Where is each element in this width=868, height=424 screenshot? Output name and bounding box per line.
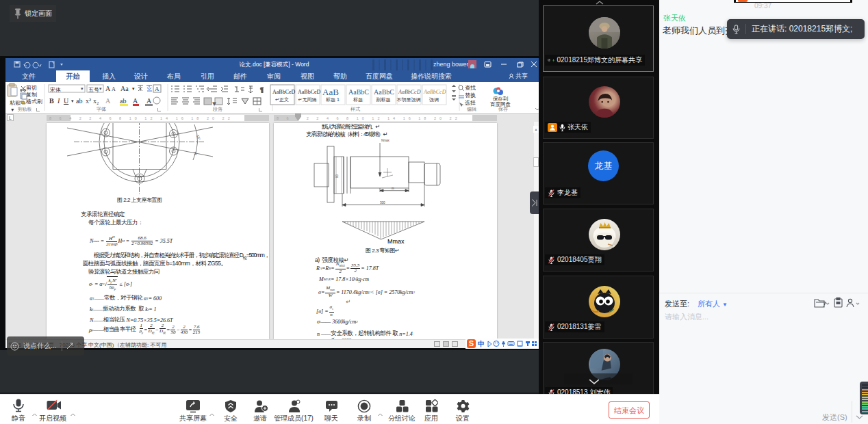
svg-text:12: 12 [193,151,198,156]
svg-text:U: U [64,97,69,105]
svg-text:↵正文: ↵正文 [275,96,289,102]
svg-text:ab: ab [76,97,82,105]
svg-text:x²: x² [86,97,91,105]
svg-text:A: A [146,97,152,105]
svg-text:15°: 15° [196,134,201,140]
svg-text:AaBbCeD: AaBbCeD [272,89,296,95]
svg-text:Aa: Aa [120,85,129,92]
svg-text:↵无间隔: ↵无间隔 [298,97,317,103]
svg-text:B: B [49,97,54,105]
svg-text:¶: ¶ [260,86,264,93]
svg-text:300: 300 [380,201,385,204]
svg-text:A: A [155,85,159,92]
svg-text:AaBbCcD: AaBbCcD [423,89,446,95]
svg-text:AaBbCcD: AaBbCcD [398,89,421,95]
svg-text:AaBbC: AaBbC [348,88,369,96]
svg-text:不明显强调: 不明显强调 [397,97,421,103]
svg-text:A: A [133,97,138,105]
svg-text:强调: 强调 [429,97,439,103]
svg-text:A: A [105,97,111,105]
svg-text:AaBbCeD: AaBbCeD [298,89,321,95]
svg-text:A: A [112,86,116,92]
svg-text:I: I [57,97,60,105]
svg-text:A: A [105,85,111,92]
svg-text:Nmax: Nmax [381,139,390,142]
svg-text:ab: ab [120,97,126,105]
svg-text:▾: ▾ [132,86,135,92]
svg-text:标题 1: 标题 1 [325,97,340,103]
svg-text:副标题: 副标题 [376,97,391,103]
svg-text:x₂: x₂ [93,97,99,105]
svg-text:AaBbC: AaBbC [374,88,394,96]
svg-text:▾: ▾ [71,98,74,104]
svg-text:90: 90 [335,174,339,178]
svg-text:m: m [392,187,394,190]
svg-text:AaB: AaB [322,87,339,97]
svg-text:标题: 标题 [353,97,363,103]
